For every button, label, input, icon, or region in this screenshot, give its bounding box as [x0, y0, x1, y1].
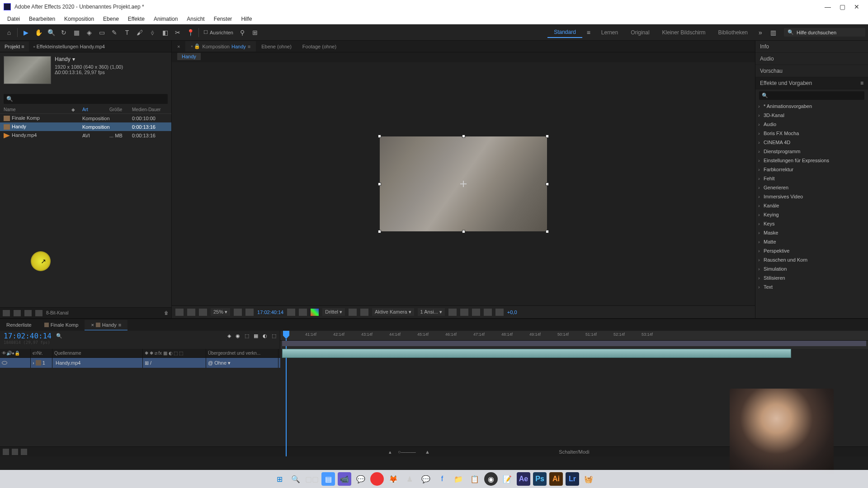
effect-category[interactable]: * Animationsvorgaben [755, 102, 868, 111]
toggle-alpha-icon[interactable] [175, 309, 184, 316]
pan-behind-tool-icon[interactable]: ◈ [84, 27, 94, 38]
zoom-select[interactable]: 25% ▾ [211, 308, 230, 316]
interpret-icon[interactable] [3, 310, 10, 316]
effect-category[interactable]: Matte [755, 237, 868, 246]
frame-blend-icon[interactable]: ▦ [254, 333, 258, 339]
clone-tool-icon[interactable]: ⎀ [147, 27, 158, 38]
selection-tool-icon[interactable]: ▶ [20, 27, 31, 38]
effect-category[interactable]: Perspektive [755, 246, 868, 255]
color-mgmt-icon[interactable] [311, 309, 319, 316]
roto-tool-icon[interactable]: ✂ [172, 27, 183, 38]
tab-effect-controls[interactable]: ▫ Effekteinstellungen Handy.mp4 [29, 42, 109, 52]
taskbar-app4-icon[interactable]: 🧺 [582, 472, 595, 486]
effect-category[interactable]: Simulation [755, 264, 868, 273]
handle-bot-right[interactable] [546, 230, 549, 233]
col-name[interactable]: Name [4, 107, 71, 112]
start-button[interactable]: ⊞ [273, 472, 286, 486]
fast-preview-icon[interactable] [460, 309, 468, 316]
layer-twirl-icon[interactable]: › [33, 360, 34, 366]
zoom-tool-icon[interactable]: 🔍 [46, 27, 57, 38]
camera-tool-icon[interactable]: ▦ [71, 27, 82, 38]
time-ruler[interactable]: 41:14f 42:14f 43:14f 44:14f 45:14f 46:14… [280, 331, 868, 341]
effect-category[interactable]: Dienstprogramm [755, 147, 868, 156]
breadcrumb-item[interactable]: Handy [177, 53, 201, 60]
col-size[interactable]: Größe [109, 107, 132, 112]
effect-category[interactable]: Farbkorrektur [755, 165, 868, 174]
toggle-in-out-icon[interactable] [21, 449, 27, 455]
snap-checkbox[interactable]: ☐Ausrichten [203, 29, 233, 35]
parent-select[interactable]: Ohne ▾ [214, 360, 231, 366]
canvas-layer[interactable] [380, 136, 547, 231]
bpc-button[interactable]: 8-Bit-Kanal [46, 310, 68, 315]
handle-top-left[interactable] [378, 135, 381, 138]
tab-renderlist[interactable]: Renderliste [0, 320, 38, 330]
menu-ansicht[interactable]: Ansicht [182, 14, 209, 23]
camera-select[interactable]: Aktive Kamera ▾ [372, 308, 414, 316]
taskbar-note-icon[interactable]: 📝 [500, 472, 514, 486]
menu-bearbeiten[interactable]: Bearbeiten [24, 14, 60, 23]
graph-editor-icon[interactable]: ⬚ [272, 333, 276, 339]
exposure-reset-icon[interactable] [495, 309, 504, 316]
project-search-input[interactable]: 🔍 [4, 94, 168, 104]
effect-category[interactable]: Einstellungen für Expressions [755, 156, 868, 165]
effect-category[interactable]: Keying [755, 210, 868, 219]
panel-info[interactable]: Info [755, 41, 868, 53]
effect-category[interactable]: Immersives Video [755, 192, 868, 201]
panel-menu-icon[interactable]: ≡ [860, 80, 863, 86]
toggle-mask-icon[interactable] [199, 309, 207, 316]
handle-top-right[interactable] [546, 135, 549, 138]
toggle-channel-icon[interactable] [187, 309, 195, 316]
taskbar-facebook-icon[interactable]: f [435, 472, 449, 486]
layer-switches[interactable]: ⊞ / [145, 360, 151, 366]
resolution-select[interactable]: Drittel ▾ [322, 308, 345, 316]
tab-timeline-finale[interactable]: Finale Komp [38, 320, 85, 330]
composition-viewer[interactable] [172, 62, 755, 305]
timeline-search-icon[interactable]: 🔍 [56, 333, 62, 339]
taskbar-firefox-icon[interactable]: 🦊 [387, 472, 400, 486]
effect-category[interactable]: Stilisieren [755, 273, 868, 282]
tab-footage[interactable]: Footage (ohne) [297, 42, 342, 52]
taskbar-ae-icon[interactable]: Ae [517, 472, 530, 486]
current-timecode[interactable]: 17:02:40:14 [257, 310, 283, 315]
effect-category[interactable]: Kanäle [755, 201, 868, 210]
taskbar-teams-icon[interactable]: 📹 [338, 472, 351, 486]
anchor-point-icon[interactable] [460, 181, 467, 187]
help-search-input[interactable]: 🔍 Hilfe durchsuchen [784, 28, 865, 37]
effect-category[interactable]: 3D-Kanal [755, 111, 868, 120]
eraser-tool-icon[interactable]: ◧ [160, 27, 170, 38]
workspace-menu-icon[interactable]: ≡ [583, 27, 594, 38]
effect-category[interactable]: Text [755, 282, 868, 291]
effect-category[interactable]: Rauschen und Korn [755, 255, 868, 264]
home-icon[interactable]: ⌂ [4, 27, 14, 38]
effect-category[interactable]: Maske [755, 228, 868, 237]
close-button[interactable]: ✕ [854, 4, 860, 10]
taskbar-whatsapp-icon[interactable]: 💬 [354, 472, 368, 486]
taskbar-folder-icon[interactable]: 📁 [452, 472, 465, 486]
panel-effects-presets[interactable]: Effekte und Vorgaben≡ [755, 77, 868, 89]
handle-bot-left[interactable] [378, 230, 381, 233]
work-area-bar[interactable] [282, 341, 866, 346]
flowchart-icon[interactable] [484, 309, 492, 316]
panel-preview[interactable]: Vorschau [755, 65, 868, 77]
taskbar-obs-icon[interactable]: ◉ [484, 472, 498, 486]
hand-tool-icon[interactable]: ✋ [33, 27, 44, 38]
show-snapshot-icon[interactable] [299, 309, 307, 316]
menu-animation[interactable]: Animation [149, 14, 182, 23]
zoom-out-icon[interactable]: ▴ [389, 449, 392, 455]
trash-icon[interactable]: 🗑 [164, 310, 169, 315]
dropdown-icon[interactable]: ▾ [72, 56, 75, 62]
col-dur[interactable]: Medien-Dauer [132, 107, 164, 112]
exposure-value[interactable]: +0,0 [507, 310, 517, 315]
tab-composition[interactable]: ▫ 🔒 Komposition Handy ≡ [185, 41, 256, 52]
handle-mid-left[interactable] [378, 183, 381, 186]
taskbar-search-icon[interactable]: 🔍 [289, 472, 302, 486]
panel-audio[interactable]: Audio [755, 53, 868, 65]
handle-bot-mid[interactable] [462, 230, 465, 233]
project-row-handy[interactable]: Handy Komposition 0:00:13:16 [0, 122, 171, 131]
tab-timeline-handy[interactable]: × Handy ≡ [85, 320, 127, 330]
adjust-icon[interactable] [35, 310, 42, 316]
toggle-switches-icon[interactable] [3, 449, 9, 455]
new-comp-icon[interactable] [24, 310, 32, 316]
menu-hilfe[interactable]: Hilfe [236, 14, 256, 23]
workspace-lernen[interactable]: Lernen [595, 28, 624, 38]
